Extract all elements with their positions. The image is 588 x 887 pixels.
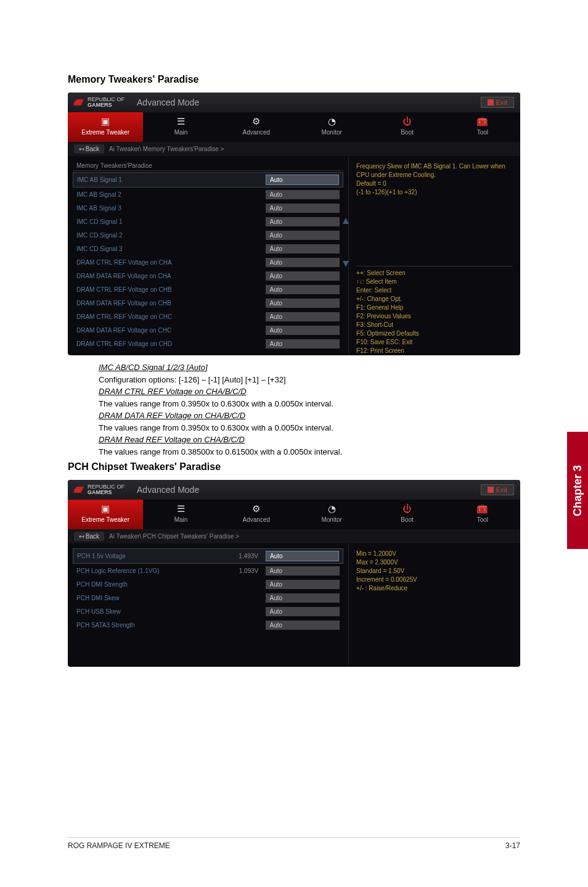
setting-value[interactable]: Auto <box>266 580 340 589</box>
tab-main[interactable]: ☰ Main <box>143 112 218 142</box>
tab-advanced[interactable]: ⚙ Advanced <box>219 500 294 529</box>
setting-reading: 1.093V <box>224 567 266 574</box>
mode-label: Advanced Mode <box>137 97 199 107</box>
setting-label: DRAM CTRL REF Voltage on CHC <box>76 313 224 320</box>
setting-row[interactable]: DRAM DATA REF Voltage on CHCAuto <box>73 323 343 337</box>
breadcrumb: ↤ Back Ai Tweaker\ PCH Chipset Tweakers'… <box>68 529 520 543</box>
setting-value[interactable]: Auto <box>266 339 340 349</box>
tab-main[interactable]: ☰ Main <box>143 500 218 529</box>
setting-row[interactable]: DRAM DATA REF Voltage on CHBAuto <box>73 296 343 310</box>
setting-value[interactable]: Auto <box>266 204 340 213</box>
tab-label: Boot <box>401 516 414 523</box>
setting-value[interactable]: Auto <box>266 566 340 576</box>
setting-label: IMC AB Signal 2 <box>76 191 224 198</box>
breadcrumb-path: Ai Tweaker\ Memory Tweakers'Paradise > <box>109 146 224 152</box>
setting-value[interactable]: Auto <box>266 258 340 267</box>
breadcrumb: ↤ Back Ai Tweaker\ Memory Tweakers'Parad… <box>68 142 520 156</box>
tab-tool[interactable]: 🧰 Tool <box>445 112 520 142</box>
tab-extreme-tweaker[interactable]: ▣ Extreme Tweaker <box>68 112 143 142</box>
setting-value[interactable]: Auto <box>266 231 340 240</box>
tab-tool[interactable]: 🧰 Tool <box>445 500 520 529</box>
setting-row[interactable]: PCH DMI StrengthAuto <box>73 577 343 591</box>
setting-value[interactable]: Auto <box>266 312 340 321</box>
setting-value[interactable]: Auto <box>266 299 340 308</box>
settings-list: Memory Tweakers'Paradise IMC AB Signal 1… <box>68 156 348 355</box>
setting-label: IMC AB Signal 1 <box>77 176 224 183</box>
setting-label: PCH SATA3 Strength <box>76 622 224 629</box>
setting-value[interactable]: Auto <box>266 285 340 294</box>
setting-label: PCH Logic Reference (1.1VG) <box>76 567 224 574</box>
setting-row[interactable]: IMC AB Signal 2Auto <box>73 188 343 201</box>
rog-logo: REPUBLIC OF GAMERS <box>74 97 125 108</box>
setting-row[interactable]: IMC AB Signal 1Auto <box>73 172 343 188</box>
setting-row[interactable]: PCH Logic Reference (1.1VG)1.093VAuto <box>73 564 343 577</box>
setting-row[interactable]: DRAM CTRL REF Voltage on CHAAuto <box>73 255 343 269</box>
tab-label: Advanced <box>243 516 270 523</box>
bios-window-pch: REPUBLIC OF GAMERS Advanced Mode Exit ▣ … <box>68 480 520 667</box>
setting-value[interactable]: Auto <box>266 551 339 561</box>
tool-icon: 🧰 <box>445 503 520 514</box>
desc-title: DRAM DATA REF Voltage on CHA/B/C/D <box>99 410 520 422</box>
tab-label: Main <box>174 129 188 136</box>
desc-title: IMC AB/CD Signal 1/2/3 [Auto] <box>99 361 520 374</box>
tab-boot[interactable]: ⏻ Boot <box>369 112 444 142</box>
tab-strip: ▣ Extreme Tweaker ☰ Main ⚙ Advanced ◔ Mo… <box>68 112 520 142</box>
exit-icon <box>488 99 494 105</box>
bios-titlebar: REPUBLIC OF GAMERS Advanced Mode Exit <box>68 93 520 112</box>
group-header: Memory Tweakers'Paradise <box>73 161 343 171</box>
setting-row[interactable]: IMC CD Signal 1Auto <box>73 215 343 228</box>
setting-row[interactable]: DRAM CTRL REF Voltage on CHCAuto <box>73 310 343 323</box>
rog-logo: REPUBLIC OF GAMERS <box>74 484 125 495</box>
setting-row[interactable]: PCH USB SkewAuto <box>73 604 343 618</box>
setting-value[interactable]: Auto <box>266 244 340 254</box>
back-button[interactable]: ↤ Back <box>74 532 104 541</box>
setting-row[interactable]: IMC CD Signal 2Auto <box>73 228 343 242</box>
back-button[interactable]: ↤ Back <box>74 144 104 154</box>
gear-icon: ⚙ <box>219 503 294 514</box>
desc-text: The values range from 0.3950x to 0.6300x… <box>99 422 520 434</box>
setting-row[interactable]: PCH DMI SkewAuto <box>73 591 343 604</box>
page-footer: ROG RAMPAGE IV EXTREME 3-17 <box>68 837 520 850</box>
tab-boot[interactable]: ⏻ Boot <box>369 500 444 529</box>
tab-extreme-tweaker[interactable]: ▣ Extreme Tweaker <box>68 500 143 529</box>
bios-titlebar: REPUBLIC OF GAMERS Advanced Mode Exit <box>68 480 520 500</box>
tab-monitor[interactable]: ◔ Monitor <box>294 500 369 529</box>
setting-value[interactable]: Auto <box>266 607 340 616</box>
setting-value[interactable]: Auto <box>266 621 340 630</box>
setting-value[interactable]: Auto <box>266 271 340 281</box>
setting-row[interactable]: IMC CD Signal 3Auto <box>73 242 343 255</box>
setting-label: DRAM CTRL REF Voltage on CHA <box>76 259 224 266</box>
setting-value[interactable]: Auto <box>266 175 339 185</box>
setting-row[interactable]: DRAM DATA REF Voltage on CHAAuto <box>73 269 343 283</box>
gear-icon: ⚙ <box>219 116 294 127</box>
setting-value[interactable]: Auto <box>266 217 340 226</box>
brand-line2: GAMERS <box>88 102 125 108</box>
help-keys: ++: Select Screen↑↓: Select ItemEnter: S… <box>356 266 513 355</box>
setting-row[interactable]: DRAM CTRL REF Voltage on CHDAuto <box>73 337 343 350</box>
desc-text: Configuration options: [-126] – [-1] [Au… <box>99 374 520 386</box>
setting-value[interactable]: Auto <box>266 190 340 199</box>
back-label: Back <box>86 533 99 540</box>
monitor-icon: ◔ <box>294 503 369 514</box>
breadcrumb-path: Ai Tweaker\ PCH Chipset Tweakers' Paradi… <box>109 533 239 540</box>
setting-row[interactable]: IMC AB Signal 3Auto <box>73 201 343 215</box>
section-title-memory: Memory Tweakers' Paradise <box>68 74 520 85</box>
setting-row[interactable]: DRAM CTRL REF Voltage on CHBAuto <box>73 283 343 296</box>
exit-button[interactable]: Exit <box>481 97 514 108</box>
setting-label: DRAM CTRL REF Voltage on CHD <box>76 340 224 347</box>
setting-row[interactable]: PCH 1.5v Voltage1.493VAuto <box>73 548 343 564</box>
setting-row[interactable]: PCH SATA3 StrengthAuto <box>73 618 343 632</box>
exit-button[interactable]: Exit <box>481 484 514 495</box>
setting-value[interactable]: Auto <box>266 593 340 603</box>
brand-line2: GAMERS <box>88 490 125 495</box>
chapter-tab: Chapter 3 <box>567 432 588 549</box>
desc-title: DRAM Read REF Voltage on CHA/B/C/D <box>99 434 520 446</box>
section-title-pch: PCH Chipset Tweakers' Paradise <box>68 461 520 472</box>
tab-label: Monitor <box>321 129 341 136</box>
tab-advanced[interactable]: ⚙ Advanced <box>219 112 294 142</box>
setting-label: IMC CD Signal 3 <box>76 245 224 252</box>
setting-label: IMC AB Signal 3 <box>76 205 224 212</box>
setting-label: PCH USB Skew <box>76 608 224 615</box>
setting-value[interactable]: Auto <box>266 326 340 335</box>
tab-monitor[interactable]: ◔ Monitor <box>294 112 369 142</box>
